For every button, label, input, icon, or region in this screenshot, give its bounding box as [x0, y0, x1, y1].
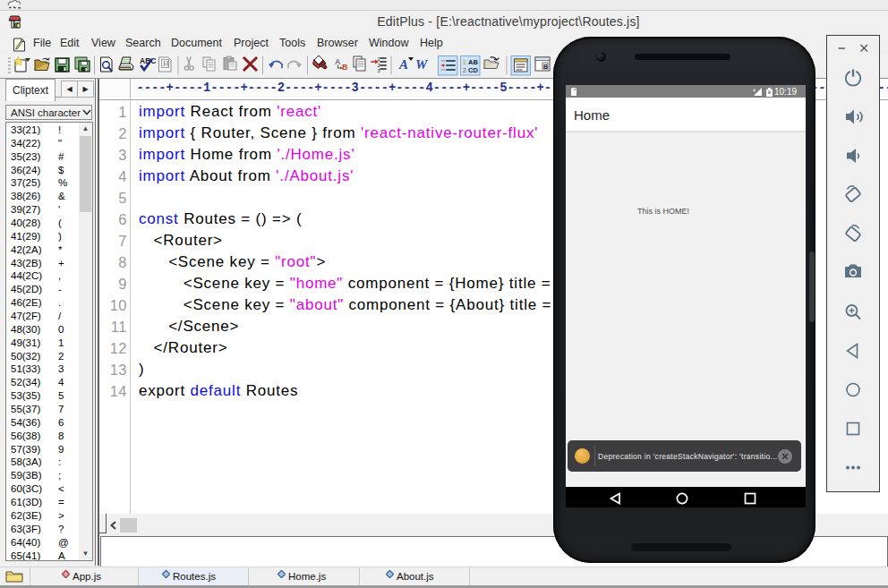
- svg-text:W: W: [415, 57, 429, 72]
- svg-text:CD: CD: [468, 66, 478, 74]
- svg-text:1: 1: [463, 59, 466, 65]
- svg-text:3: 3: [378, 68, 380, 73]
- svg-text:A: A: [398, 57, 408, 72]
- svg-text:H: H: [163, 59, 169, 68]
- svg-text:2: 2: [463, 67, 466, 73]
- svg-text:B: B: [342, 63, 348, 72]
- svg-text:1: 1: [378, 56, 380, 62]
- svg-text:B: B: [543, 64, 548, 70]
- svg-text:AB: AB: [468, 58, 478, 66]
- svg-text:4: 4: [753, 88, 756, 93]
